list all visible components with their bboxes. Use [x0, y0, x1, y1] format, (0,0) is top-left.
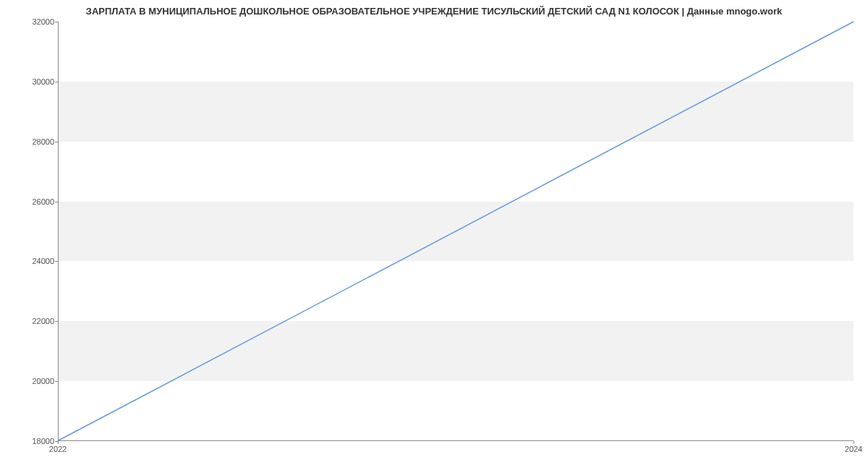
line-svg [59, 22, 854, 440]
y-tick-label: 22000 [32, 317, 54, 325]
x-tick-label: 2022 [49, 445, 67, 453]
x-tick-mark [58, 441, 59, 444]
chart-container: ЗАРПЛАТА В МУНИЦИПАЛЬНОЕ ДОШКОЛЬНОЕ ОБРА… [0, 0, 868, 470]
y-tick-mark [55, 261, 58, 262]
y-tick-mark [55, 142, 58, 142]
chart-title: ЗАРПЛАТА В МУНИЦИПАЛЬНОЕ ДОШКОЛЬНОЕ ОБРА… [0, 6, 868, 17]
y-tick-mark [55, 202, 58, 202]
x-tick-label: 2024 [845, 445, 862, 453]
plot-area [58, 22, 854, 441]
y-tick-label: 32000 [32, 17, 54, 26]
data-line [59, 22, 854, 440]
y-tick-mark [55, 381, 58, 382]
y-tick-label: 30000 [32, 77, 54, 86]
y-tick-mark [55, 22, 58, 22]
y-tick-label: 20000 [32, 377, 54, 385]
y-tick-label: 28000 [32, 137, 54, 146]
y-tick-mark [55, 321, 58, 322]
y-tick-mark [55, 82, 58, 82]
y-tick-label: 24000 [32, 257, 54, 265]
x-tick-mark [854, 441, 854, 444]
y-tick-label: 26000 [32, 197, 54, 206]
